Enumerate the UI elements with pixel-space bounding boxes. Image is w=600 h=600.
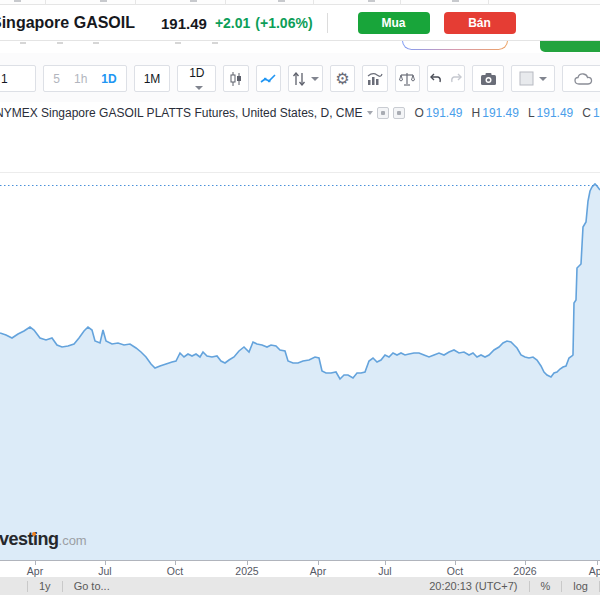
undo-icon[interactable] [428,73,443,85]
compare-scales-icon [399,72,415,86]
cropped-gradient-button[interactable] [402,40,508,50]
price-chart [0,124,600,560]
range-1y-button[interactable]: 1y [28,580,62,592]
x-axis-label: Oct [167,565,183,577]
settings-button[interactable]: ⚙ [330,65,355,92]
symbol-name: Singapore GASOIL [0,14,135,32]
compare-arrows-icon [292,72,306,86]
interval-button-5[interactable]: 5 [46,66,67,91]
ohlc-c: C191.49 [582,106,600,120]
x-axis-label: 2025 [235,565,258,577]
chart-pane[interactable]: NYMEX Singapore GASOIL PLATTS Futures, U… [0,102,600,560]
percent-scale-toggle[interactable]: % [530,580,562,592]
last-price: 191.49 [161,15,207,32]
ohlc-o: O191.49 [414,106,462,120]
watermark-brand: Investing [0,529,59,549]
indicators-button[interactable] [362,65,387,92]
price-change: +2.01 [215,15,250,31]
watermark: Investing.com [0,529,87,550]
header-divider [327,13,328,33]
watermark-dot [32,532,36,536]
chevron-down-icon[interactable] [367,111,373,115]
snapshot-button[interactable] [472,65,504,92]
chart-legend: NYMEX Singapore GASOIL PLATTS Futures, U… [0,106,600,120]
ohlc-l: L191.49 [528,106,573,120]
chevron-down-icon [539,77,547,81]
legend-eye-icon[interactable] [377,107,389,119]
interval-group: 51h1D [43,65,126,92]
line-chart-icon [260,72,277,86]
chevron-down-icon [195,86,203,90]
ohlc-values: O191.49H191.49L191.49C191.49 [414,106,600,120]
undo-redo-group [427,65,465,92]
interval-button-1d[interactable]: 1D [94,66,123,91]
symbol-header: Singapore GASOIL 191.49 +2.01 (+1.06%) M… [0,6,600,40]
interval-button-1h[interactable]: 1h [67,66,94,91]
layout-square-icon [519,71,534,86]
x-axis-label: Apr [589,565,600,577]
area-fill [0,184,600,560]
buy-button[interactable]: Mua [358,12,430,34]
redo-icon[interactable] [449,73,464,85]
log-scale-toggle[interactable]: log [562,580,599,592]
legend-title: NYMEX Singapore GASOIL PLATTS Futures, U… [0,106,362,120]
interval-dropdown: 1D [177,65,216,92]
chart-bottom-bar: 1y Go to... 20:20:13 (UTC+7) % log [0,577,600,595]
x-axis-label: Apr [310,565,326,577]
cloud-save-button[interactable] [562,65,600,92]
background-style-button[interactable] [511,65,555,92]
x-axis-label: Apr [27,565,43,577]
x-axis[interactable]: AprJulOct2025AprJulOct2026Apr [0,560,600,577]
settings-gear-icon: ⚙ [335,71,349,87]
interval-group-month: 1M [134,65,171,92]
compare-button[interactable] [288,65,323,92]
cropped-subheader-row [0,40,600,53]
chevron-down-icon [311,77,319,81]
ohlc-h: H191.49 [472,106,519,120]
cropped-green-button[interactable] [540,40,600,52]
compare-scales-button[interactable] [395,65,420,92]
cloud-save-icon [574,72,594,86]
sell-button[interactable]: Bán [444,12,516,34]
cropped-top-toolbar [0,0,600,5]
trading-chart-widget: Singapore GASOIL 191.49 +2.01 (+1.06%) M… [0,0,600,600]
line-chart-button[interactable] [256,65,281,92]
clock-timezone[interactable]: 20:20:13 (UTC+7) [429,580,528,592]
candlestick-chart-button[interactable] [223,65,248,92]
interval-button-1m[interactable]: 1M [137,66,168,91]
x-axis-label: Jul [98,565,111,577]
x-axis-label: 2026 [513,565,536,577]
x-axis-label: Oct [447,565,463,577]
chart-toolbar: 1 51h1D 1M 1D [0,53,600,102]
candlestick-chart-icon [228,71,244,87]
camera-icon [480,72,497,86]
watermark-suffix: .com [59,533,87,548]
goto-date-button[interactable]: Go to... [63,580,121,592]
price-change-percent: (+1.06%) [255,15,312,31]
interval-button-1d[interactable]: 1D [180,66,213,91]
interval-input[interactable]: 1 [0,65,36,92]
legend-settings-icon[interactable] [393,107,405,119]
x-axis-label: Jul [378,565,391,577]
indicators-icon [367,72,383,86]
